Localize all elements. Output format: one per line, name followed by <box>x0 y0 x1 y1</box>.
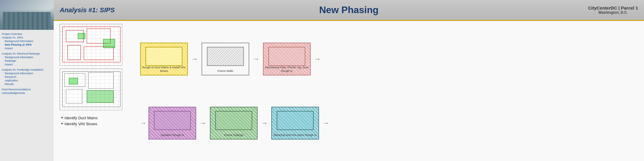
floor-plans-panel: •Identify Duct Mains•Identify VAV Boxes <box>60 24 125 158</box>
phase-connector-arrow: → <box>200 119 206 127</box>
phase-connector-arrow: → <box>191 55 198 63</box>
sidebar: Project OverviewAnalysis #1: SIPSBackgro… <box>0 0 54 161</box>
bullet-dot: • <box>61 115 63 120</box>
nav-item[interactable]: Acknowledgements <box>2 91 52 95</box>
phase-box-0: Sprinkler Rough In <box>148 107 196 140</box>
nav-item[interactable]: Results <box>2 82 52 86</box>
phase-connector-arrow: → <box>253 55 259 63</box>
phase-box-2: Mechanical Pipe, Plumb- ing, Duct Rough … <box>263 43 311 75</box>
phase-label: Frame Walls <box>216 69 235 73</box>
floor-plan-2 <box>60 69 122 110</box>
phase-box-1: Frame Walls <box>202 43 249 75</box>
phase-box-0: Rough In Duct Mains & Install VAV Boxes <box>140 43 188 75</box>
page-header: Analysis #1: SIPS New Phasing CityCenter… <box>54 0 644 21</box>
content-area: •Identify Duct Mains•Identify VAV Boxes … <box>54 21 644 161</box>
phase-row-2: →Sprinkler Rough In→Frame Ceilings→Elect… <box>140 107 629 140</box>
bullet-list: •Identify Duct Mains•Identify VAV Boxes <box>60 115 125 127</box>
phase-row-1: Rough In Duct Mains & Install VAV Boxes→… <box>140 43 629 75</box>
page-title: New Phasing <box>319 4 378 16</box>
phase-label: Electrical and Fire Alarm Rough In <box>273 133 318 137</box>
nav-item[interactable]: Background Information <box>2 72 52 75</box>
nav-item[interactable]: Application <box>2 79 52 82</box>
nav-item[interactable]: Impact <box>2 63 52 66</box>
nav-item[interactable]: Analysis #1: SIPS <box>2 36 52 39</box>
phase-box-inner <box>207 47 244 66</box>
floor-plan-1 <box>60 24 122 66</box>
nav-item[interactable]: Impact <box>2 47 52 50</box>
nav-item[interactable]: Background Information <box>2 39 52 43</box>
phase-box-inner <box>154 111 191 130</box>
nav-item[interactable]: Background Information <box>2 55 52 59</box>
nav-item[interactable]: Final Recommendations <box>2 88 52 91</box>
phase-box-inner <box>215 111 252 130</box>
nav-item[interactable]: Redesign <box>2 59 52 63</box>
sidebar-building-image <box>0 0 54 30</box>
bullet-dot: • <box>61 121 63 126</box>
phase-start-arrow: → <box>140 120 146 126</box>
nav-item[interactable]: New Phasing @ SIPS <box>2 43 52 47</box>
nav-item[interactable]: Analysis #3: Footbridge Installation <box>2 68 52 72</box>
project-info: CityCenterDC | Parcel 1 Washington, D.C. <box>588 5 638 15</box>
phase-label: Frame Ceilings <box>223 133 244 137</box>
bullet-item: •Identify Duct Mains <box>61 115 125 121</box>
sidebar-navigation: Project OverviewAnalysis #1: SIPSBackgro… <box>0 30 54 161</box>
bullet-text: Identify VAV Boxes <box>65 122 97 126</box>
bullet-item: •Identify VAV Boxes <box>61 121 125 127</box>
analysis-label: Analysis #1: SIPS <box>60 6 115 14</box>
bullet-text: Identify Duct Mains <box>65 116 98 120</box>
phase-box-inner <box>145 47 182 66</box>
nav-item[interactable]: Analysis #2: Electrical Redesign <box>2 52 52 55</box>
phase-label: Mechanical Pipe, Plumb- ing, Duct Rough … <box>264 66 310 73</box>
phase-connector-arrow: → <box>261 119 268 127</box>
main-content: Analysis #1: SIPS New Phasing CityCenter… <box>54 0 644 161</box>
nav-item[interactable]: Research <box>2 75 52 79</box>
phase-box-2: Electrical and Fire Alarm Rough In <box>271 107 319 140</box>
phase-box-inner <box>277 111 314 130</box>
phase-trailing-arrow: → <box>323 119 329 127</box>
phase-diagram: Rough In Duct Mains & Install VAV Boxes→… <box>131 24 638 158</box>
phase-trailing-arrow: → <box>314 55 321 63</box>
nav-item[interactable]: Project Overview <box>2 32 52 36</box>
phase-box-1: Frame Ceilings <box>210 107 258 140</box>
phase-box-inner <box>268 47 305 66</box>
phase-label: Rough In Duct Mains & Install VAV Boxes <box>141 66 187 73</box>
project-location: Washington, D.C. <box>588 10 638 15</box>
phase-label: Sprinkler Rough In <box>160 133 185 137</box>
project-name: CityCenterDC | Parcel 1 <box>588 5 638 10</box>
